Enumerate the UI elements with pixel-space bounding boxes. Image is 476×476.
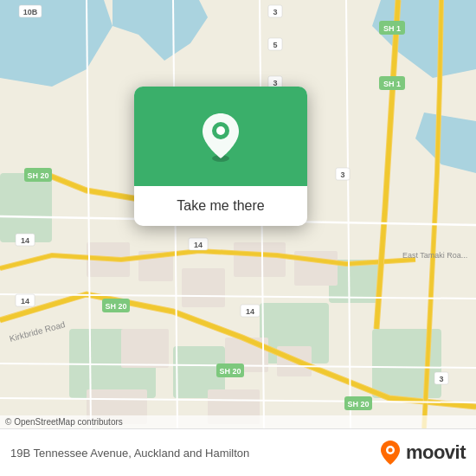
map-container: Kirkbride Road East Tamaki Roa... 10B SH… — [0, 0, 476, 428]
svg-rect-12 — [121, 329, 169, 368]
popup-card-header — [134, 87, 307, 186]
moovit-logo: moovit — [379, 440, 466, 466]
take-me-there-button[interactable]: Take me there — [177, 198, 264, 213]
svg-text:14: 14 — [21, 236, 29, 245]
moovit-brand-text: moovit — [406, 441, 466, 464]
svg-text:3: 3 — [439, 375, 443, 383]
bottom-bar: 19B Tennessee Avenue, Auckland and Hamil… — [0, 428, 476, 476]
svg-text:East Tamaki Roa...: East Tamaki Roa... — [402, 251, 467, 260]
svg-text:14: 14 — [246, 307, 254, 316]
svg-text:3: 3 — [340, 170, 344, 179]
svg-rect-10 — [234, 242, 286, 277]
svg-text:3: 3 — [273, 8, 277, 16]
svg-text:SH 20: SH 20 — [347, 400, 369, 408]
map-attribution: © OpenStreetMap contributors — [0, 415, 476, 428]
svg-point-53 — [216, 126, 225, 135]
svg-point-55 — [388, 448, 392, 453]
moovit-pin-icon — [379, 440, 402, 466]
svg-text:14: 14 — [194, 241, 203, 249]
popup-card-body[interactable]: Take me there — [134, 186, 307, 226]
svg-text:10B: 10B — [23, 8, 38, 16]
svg-rect-1 — [0, 173, 52, 242]
svg-rect-9 — [182, 268, 225, 307]
svg-text:5: 5 — [273, 41, 277, 49]
address-label: 19B Tennessee Avenue, Auckland and Hamil… — [10, 447, 249, 460]
svg-text:SH 1: SH 1 — [383, 80, 401, 88]
location-pin-icon — [199, 112, 242, 162]
svg-text:SH 20: SH 20 — [105, 302, 126, 311]
svg-text:14: 14 — [21, 297, 29, 306]
svg-text:SH 20: SH 20 — [27, 171, 48, 180]
location-popup: Take me there — [134, 87, 307, 226]
svg-text:SH 20: SH 20 — [219, 367, 241, 376]
svg-text:SH 1: SH 1 — [383, 24, 401, 33]
